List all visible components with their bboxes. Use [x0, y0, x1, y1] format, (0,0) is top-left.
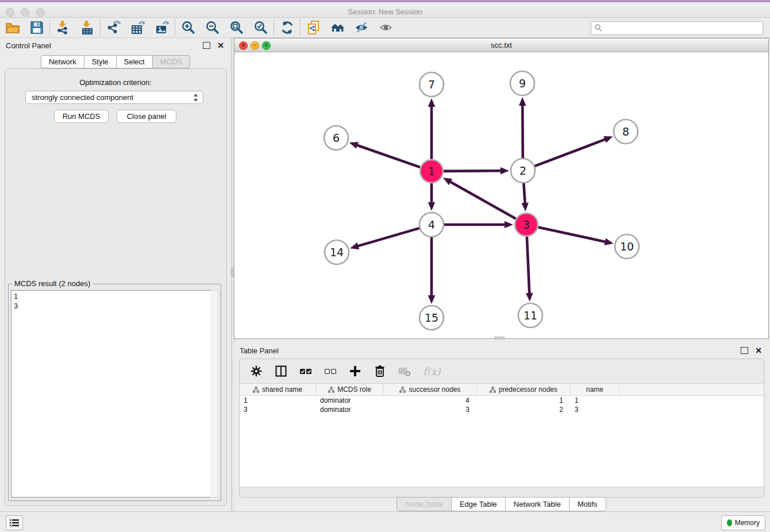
- graph-edge-2-8[interactable]: [535, 139, 606, 166]
- save-session-icon[interactable]: [29, 20, 44, 35]
- memory-button[interactable]: Memory: [721, 515, 765, 530]
- column-header-shared-name[interactable]: shared name: [240, 384, 316, 395]
- table-cell[interactable]: 3: [384, 405, 477, 414]
- duplicate-network-icon[interactable]: [306, 20, 321, 35]
- zoom-out-icon[interactable]: [205, 20, 220, 35]
- table-cell[interactable]: 1: [240, 396, 316, 405]
- window-title: Session: New Session: [0, 7, 770, 16]
- float-panel-icon[interactable]: [203, 42, 210, 49]
- table-cell[interactable]: 2: [477, 405, 571, 414]
- run-mcds-button[interactable]: Run MCDS: [54, 110, 109, 123]
- graph-node-label: 14: [330, 246, 344, 259]
- graph-edge-3-11[interactable]: [527, 237, 529, 294]
- table-tab-motifs[interactable]: Motifs: [569, 497, 606, 511]
- graph-edge-1-6[interactable]: [356, 145, 420, 167]
- graph-edge-arrowhead: [428, 202, 436, 211]
- control-panel-tab-style[interactable]: Style: [84, 55, 116, 68]
- hide-selected-icon[interactable]: [355, 20, 369, 35]
- network-canvas[interactable]: 7968124314101511: [234, 52, 768, 339]
- column-hierarchy-icon: [399, 387, 406, 393]
- table-tab-network-table[interactable]: Network Table: [505, 497, 569, 511]
- table-cell[interactable]: 1: [571, 396, 619, 405]
- import-network-icon[interactable]: [56, 20, 71, 35]
- table-panel-title: Table Panel: [234, 346, 741, 355]
- column-header-label: MCDS role: [337, 385, 371, 394]
- deselect-all-icon[interactable]: [324, 365, 337, 377]
- select-all-icon[interactable]: [299, 365, 312, 377]
- table-cell[interactable]: 3: [240, 405, 316, 414]
- column-header-label: name: [586, 385, 603, 394]
- float-panel-icon[interactable]: [741, 347, 748, 354]
- table-cell[interactable]: 1: [477, 396, 571, 405]
- table-tab-edge-table[interactable]: Edge Table: [451, 497, 505, 511]
- status-bar: Memory: [0, 511, 770, 532]
- table-cell[interactable]: 4: [384, 396, 477, 405]
- export-network-icon[interactable]: [106, 20, 121, 35]
- node-table-container: f(x) shared nameMCDS rolesuccessor nodes…: [239, 358, 764, 498]
- graph-node-label: 10: [620, 240, 634, 253]
- horizontal-splitter-handle[interactable]: [494, 337, 505, 340]
- close-panel-icon[interactable]: ✕: [755, 348, 762, 353]
- control-panel-tab-mcds[interactable]: MCDS: [152, 55, 190, 68]
- graph-node-label: 9: [519, 77, 526, 90]
- export-table-icon[interactable]: [130, 20, 145, 35]
- graph-edge-4-14[interactable]: [357, 228, 419, 246]
- graph-edge-2-9[interactable]: [522, 105, 523, 158]
- refresh-icon[interactable]: [280, 20, 295, 35]
- close-panel-button[interactable]: Close panel: [117, 110, 176, 123]
- graph-edge-3-1[interactable]: [449, 182, 515, 219]
- column-hierarchy-icon: [328, 387, 334, 393]
- open-session-icon[interactable]: [5, 20, 20, 35]
- table-row[interactable]: 3dominator323: [240, 405, 764, 414]
- show-column-icon[interactable]: [275, 365, 287, 377]
- graph-edge-arrowhead: [500, 167, 509, 175]
- mcds-result-text[interactable]: 1 3: [11, 290, 211, 498]
- first-neighbors-icon[interactable]: [330, 20, 345, 35]
- table-cell[interactable]: dominator: [316, 396, 384, 405]
- control-panel-title: Control Panel: [0, 41, 203, 50]
- column-header-MCDS-role[interactable]: MCDS role: [316, 384, 384, 395]
- graph-edge-arrowhead: [428, 98, 436, 107]
- graph-edge-1-2[interactable]: [444, 171, 502, 171]
- column-header-predecessor-nodes[interactable]: predecessor nodes: [477, 384, 571, 395]
- delete-table-icon[interactable]: [398, 365, 411, 377]
- table-settings-icon[interactable]: [250, 365, 263, 377]
- column-header-successor-nodes[interactable]: successor nodes: [384, 384, 477, 395]
- control-panel-tab-network[interactable]: Network: [41, 55, 84, 68]
- table-row[interactable]: 1dominator411: [240, 396, 764, 405]
- import-table-icon[interactable]: [80, 20, 95, 35]
- graph-node-label: 6: [333, 132, 340, 144]
- zoom-fit-icon[interactable]: [229, 20, 244, 35]
- task-history-button[interactable]: [6, 515, 23, 530]
- table-cell[interactable]: 3: [571, 405, 619, 414]
- show-graphics-details-icon[interactable]: [379, 20, 394, 35]
- close-panel-icon[interactable]: ✕: [217, 43, 224, 48]
- graph-edge-3-10[interactable]: [538, 227, 606, 242]
- graph-edge-arrowhead: [605, 238, 614, 245]
- network-window-titlebar: × − + scc.txt: [234, 38, 768, 52]
- window-titlebar: Session: New Session: [0, 2, 770, 18]
- column-hierarchy-icon: [490, 387, 496, 393]
- control-panel-tab-select[interactable]: Select: [116, 55, 152, 68]
- table-hscrollbar[interactable]: [240, 487, 764, 497]
- table-cell[interactable]: dominator: [316, 405, 384, 414]
- search-input[interactable]: [591, 21, 763, 35]
- control-panel-tabs: NetworkStyleSelectMCDS: [0, 55, 231, 68]
- optimization-criterion-select[interactable]: strongly connected component: [25, 91, 203, 104]
- table-tab-node-table[interactable]: Node Table: [396, 497, 451, 511]
- column-hierarchy-icon: [253, 387, 259, 393]
- graph-node-label: 11: [523, 309, 537, 322]
- graph-edge-2-3[interactable]: [523, 183, 525, 204]
- zoom-in-icon[interactable]: [181, 20, 196, 35]
- add-row-icon[interactable]: [349, 365, 361, 377]
- export-image-icon[interactable]: [155, 20, 170, 35]
- graph-edge-arrowhead: [350, 242, 359, 249]
- mcds-result-scrollbar[interactable]: [210, 290, 218, 498]
- delete-row-icon[interactable]: [374, 365, 386, 377]
- column-header-name[interactable]: name: [571, 384, 619, 395]
- table-toolbar: f(x): [240, 359, 764, 383]
- table-panel-header: Table Panel ✕: [234, 343, 769, 358]
- zoom-selected-icon[interactable]: [253, 20, 268, 35]
- main-toolbar: [0, 18, 770, 38]
- table-panel: Table Panel ✕: [234, 343, 769, 510]
